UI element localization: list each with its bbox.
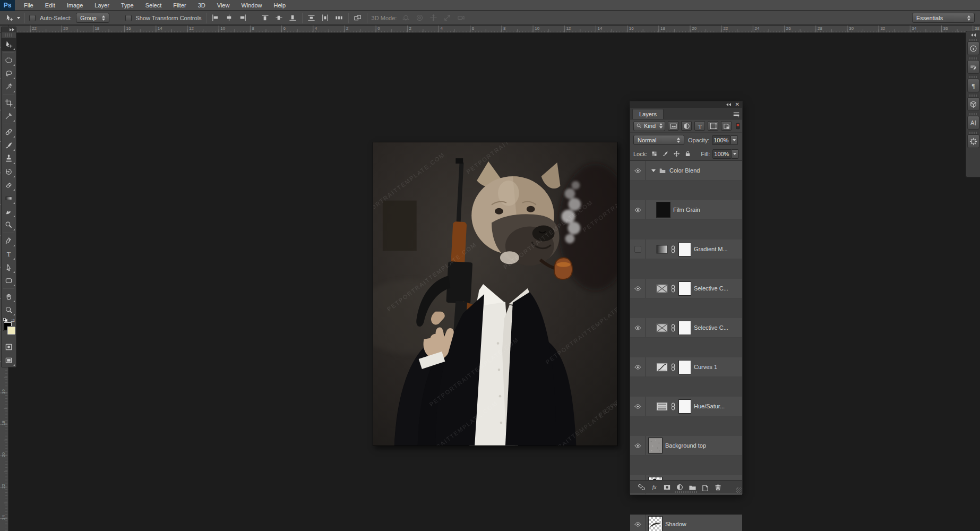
layer-mask-thumbnail[interactable] (678, 399, 691, 414)
history-brush-tool[interactable] (2, 165, 16, 178)
layer-thumbnail[interactable] (648, 516, 663, 531)
lock-pixels-button[interactable] (661, 150, 669, 158)
panel-resize-grip[interactable] (736, 487, 742, 493)
new-adjustment-button[interactable] (676, 483, 684, 491)
close-panel-icon[interactable]: ✕ (735, 102, 740, 107)
visibility-eye-toggle[interactable] (634, 324, 642, 331)
distribute-v-icon[interactable] (321, 13, 330, 23)
auto-align-icon[interactable] (353, 13, 363, 23)
zoom-tool[interactable] (2, 303, 16, 316)
blend-mode-dropdown[interactable]: Normal (633, 135, 684, 145)
tab-layers[interactable]: Layers (632, 109, 664, 119)
panel-grip[interactable] (5, 33, 13, 37)
align-right-icon[interactable] (238, 13, 248, 23)
layer-thumbnail[interactable] (656, 202, 670, 218)
panel-grip[interactable] (969, 39, 977, 41)
document-image[interactable]: PETPORTRAITTEMPLATE.COMPETPORTRAITTEMPLA… (373, 142, 617, 446)
document-canvas[interactable]: PETPORTRAITTEMPLATE.COMPETPORTRAITTEMPLA… (373, 142, 617, 446)
visibility-eye-toggle[interactable] (634, 246, 641, 253)
type-tool[interactable]: T (2, 247, 16, 261)
stamp-tool[interactable] (2, 152, 16, 165)
lock-transparent-button[interactable] (650, 150, 658, 158)
visibility-eye-toggle[interactable] (634, 167, 642, 174)
type-filter-button[interactable]: T (694, 121, 705, 131)
align-bottom-icon[interactable] (288, 13, 298, 23)
layer-thumbnail[interactable] (648, 438, 663, 453)
fill-dropdown-arrow[interactable] (732, 149, 738, 159)
layer-name[interactable]: Selective C... (694, 324, 728, 331)
layer-mask-thumbnail[interactable] (678, 321, 691, 335)
auto-select-checkbox[interactable] (29, 15, 36, 21)
fill-value[interactable]: 100% (712, 149, 732, 159)
auto-select-group-dropdown[interactable]: Group (76, 13, 109, 23)
character-panel-button[interactable]: A (967, 116, 979, 130)
align-center-h-icon[interactable] (225, 13, 234, 23)
eye-column[interactable] (630, 239, 646, 259)
layer-row[interactable]: Gradient M... (630, 239, 742, 259)
distribute-gaps-icon[interactable] (334, 13, 344, 23)
paragraph-panel-button[interactable]: ¶ (967, 79, 979, 92)
filter-toggle-switch[interactable] (735, 122, 741, 130)
layer-row[interactable]: Selective C... (630, 279, 742, 298)
wand-tool[interactable] (2, 80, 16, 93)
visibility-eye-toggle[interactable] (634, 285, 642, 292)
adjustment-icon[interactable] (656, 363, 668, 372)
eye-column[interactable] (630, 436, 646, 455)
shape-tool[interactable] (2, 274, 16, 287)
layer-row[interactable]: Hue/Satur... (630, 397, 742, 416)
pixel-filter-button[interactable] (668, 121, 678, 131)
dodge-tool[interactable] (2, 218, 16, 232)
layer-name[interactable]: Selective C... (694, 285, 728, 292)
eye-column[interactable] (630, 357, 646, 376)
move-tool[interactable] (2, 38, 16, 51)
link-layers-button[interactable] (638, 483, 646, 491)
adjustment-icon[interactable] (656, 284, 668, 293)
layer-name[interactable]: Hue/Satur... (694, 403, 725, 409)
screen-mode-button[interactable] (2, 354, 16, 367)
layer-style-fx-button[interactable]: fx (650, 483, 658, 491)
visibility-eye-toggle[interactable] (634, 207, 642, 213)
panel-menu-icon[interactable] (733, 110, 740, 118)
eyedropper-tool[interactable] (2, 109, 16, 123)
distribute-h-icon[interactable] (307, 13, 316, 23)
layer-name[interactable]: Color Blend (669, 167, 700, 174)
visibility-eye-toggle[interactable] (634, 403, 642, 410)
menu-image[interactable]: Image (61, 0, 89, 11)
align-left-icon[interactable] (211, 13, 220, 23)
workspace-switcher[interactable]: Essentials (912, 13, 975, 23)
horizontal-ruler[interactable]: 2220181614121086420246810121416182022242… (8, 25, 980, 33)
layer-mask-thumbnail[interactable] (678, 281, 691, 296)
layer-name[interactable]: Film Grain (673, 207, 700, 213)
hand-tool[interactable] (2, 290, 16, 303)
quick-mask-button[interactable] (2, 340, 16, 354)
history-panel-button[interactable] (967, 60, 979, 74)
lock-position-button[interactable] (672, 150, 681, 158)
eye-column[interactable] (630, 318, 646, 337)
menu-view[interactable]: View (211, 0, 236, 11)
menu-edit[interactable]: Edit (39, 0, 61, 11)
adjustment-icon[interactable] (656, 402, 668, 411)
visibility-eye-toggle[interactable] (634, 521, 642, 528)
healing-tool[interactable] (2, 125, 16, 139)
show-transform-checkbox[interactable] (125, 15, 132, 21)
align-top-icon[interactable] (261, 13, 270, 23)
pen-tool[interactable] (2, 234, 16, 247)
layer-row[interactable]: Background top (630, 436, 742, 456)
adjustment-icon[interactable] (656, 323, 668, 332)
opacity-dropdown-arrow[interactable] (731, 135, 738, 145)
menu-filter[interactable]: Filter (167, 0, 192, 11)
collapse-to-icons-icon[interactable] (726, 103, 731, 106)
eye-column[interactable] (630, 161, 646, 180)
eye-column[interactable] (630, 279, 646, 298)
panel-grip[interactable] (969, 132, 977, 134)
filter-kind-dropdown[interactable]: Kind (633, 121, 665, 131)
menu-type[interactable]: Type (115, 0, 140, 11)
layer-mask-thumbnail[interactable] (678, 242, 691, 256)
menu-help[interactable]: Help (268, 0, 292, 11)
panel-grip[interactable] (969, 57, 977, 59)
menu-select[interactable]: Select (140, 0, 168, 11)
new-group-button[interactable] (689, 483, 697, 491)
panel-grip[interactable] (969, 76, 977, 78)
background-color-swatch[interactable] (7, 327, 15, 335)
3d-panel-button[interactable] (967, 97, 979, 111)
